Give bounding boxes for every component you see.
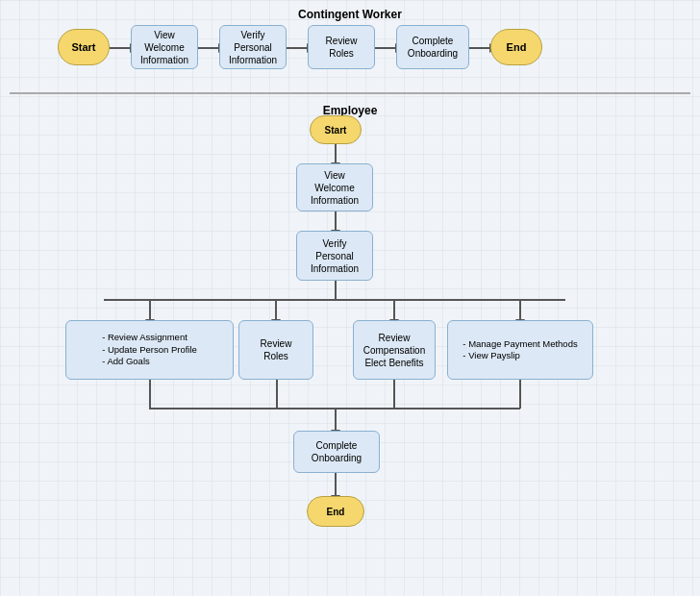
arrow-emp-c1 [149, 380, 151, 409]
arrow-cw-4 [375, 47, 396, 49]
emp-end-pill: End [307, 496, 364, 527]
cw-start-pill: Start [58, 29, 110, 65]
arrow-emp-c3 [393, 380, 395, 409]
arrow-emp-c4 [519, 380, 521, 409]
emp-complete-box: CompleteOnboarding [293, 431, 380, 473]
arrow-emp-3-center [335, 281, 337, 300]
arrow-emp-end [335, 473, 337, 496]
arrow-emp-b2 [275, 299, 277, 320]
cw-view-box: ViewWelcomeInformation [131, 25, 198, 69]
cw-end-pill: End [490, 29, 542, 65]
emp-assign-box: - Review Assignment- Update Person Profi… [65, 320, 234, 380]
arrow-emp-1 [335, 144, 337, 163]
arrow-emp-b1 [149, 299, 151, 320]
arrow-emp-b4 [519, 299, 521, 320]
emp-comp-box: ReviewCompensationElect Benefits [353, 320, 436, 380]
arrow-emp-2 [335, 211, 337, 231]
emp-start-pill: Start [310, 115, 362, 144]
arrow-emp-merge-v [335, 408, 337, 431]
arrow-cw-2 [198, 47, 219, 49]
arrow-cw-1 [110, 47, 131, 49]
arrow-emp-c2 [276, 380, 278, 409]
diagram-container: Contingent Worker Start ViewWelcomeInfor… [0, 0, 700, 596]
arrow-cw-5 [469, 47, 490, 49]
cw-complete-box: CompleteOnboarding [396, 25, 469, 69]
arrow-cw-3 [287, 47, 308, 49]
emp-pay-box: - Manage Payment Methods- View Payslip [447, 320, 593, 380]
emp-verify-box: VerifyPersonalInformation [296, 231, 373, 281]
arrow-emp-branch-h [104, 299, 565, 301]
divider [10, 92, 690, 94]
emp-roles-box: ReviewRoles [238, 320, 313, 380]
arrow-emp-b3 [393, 299, 395, 320]
emp-view-box: ViewWelcomeInformation [296, 163, 373, 211]
cw-roles-box: ReviewRoles [308, 25, 375, 69]
cw-section-title: Contingent Worker [298, 8, 402, 21]
cw-verify-box: VerifyPersonalInformation [219, 25, 287, 69]
